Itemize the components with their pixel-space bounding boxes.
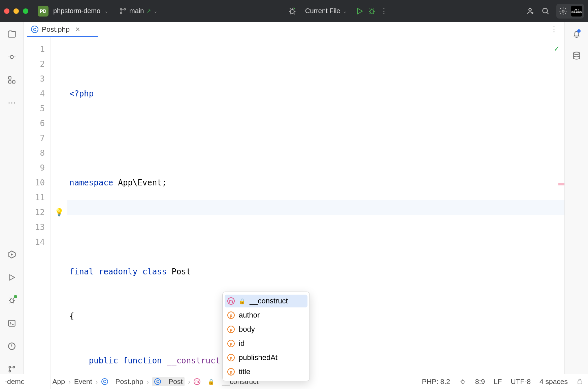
completion-label: id: [239, 339, 244, 348]
more-actions-icon[interactable]: ⋮: [379, 6, 389, 16]
structure-tool-icon[interactable]: [7, 75, 17, 85]
vcs-tool-icon[interactable]: [7, 364, 17, 374]
svg-point-18: [573, 52, 580, 55]
database-tool-icon[interactable]: [572, 51, 581, 60]
completion-item[interactable]: p author: [223, 308, 309, 322]
svg-point-4: [370, 9, 374, 13]
commit-tool-icon[interactable]: [7, 52, 17, 62]
code-area[interactable]: <?php namespace App\Event; final readonl…: [67, 37, 564, 389]
project-name[interactable]: phpstorm-demo: [53, 7, 100, 15]
run-config-chevron-icon: ⌄: [343, 8, 347, 14]
branch-icon: [119, 7, 127, 15]
gutter: 123 456 789 101112 1314: [24, 37, 51, 389]
svg-point-8: [10, 55, 13, 58]
svg-rect-9: [8, 77, 11, 79]
problems-tool-icon[interactable]: [7, 341, 17, 351]
code-with-me-icon[interactable]: [525, 6, 535, 16]
settings-group: JET BRAINS: [556, 4, 584, 19]
svg-point-7: [562, 10, 564, 12]
title-bar: PD phpstorm-demo ⌄ main ↗ ⌄ Current File…: [0, 0, 588, 22]
completion-item[interactable]: p publishedAt: [223, 351, 309, 365]
property-icon: p: [227, 354, 235, 361]
svg-point-1: [120, 12, 122, 14]
tab-post-php[interactable]: C Post.php ✕: [27, 22, 84, 37]
branch-name: main: [129, 7, 144, 15]
project-badge: PD: [38, 6, 48, 17]
svg-point-17: [13, 366, 14, 368]
gutter-icons: 💡: [51, 37, 67, 389]
settings-icon[interactable]: [558, 6, 568, 16]
svg-rect-10: [8, 81, 11, 83]
svg-point-5: [529, 8, 531, 11]
property-icon: p: [227, 326, 235, 333]
svg-rect-20: [578, 381, 582, 384]
tabs-more-icon[interactable]: ⋮: [547, 25, 561, 34]
completion-label: body: [239, 325, 255, 334]
run-button[interactable]: [355, 6, 364, 16]
tab-label: Post.php: [42, 25, 70, 33]
run-tool-icon[interactable]: [7, 273, 17, 282]
branch-chevron-icon[interactable]: ⌄: [154, 8, 158, 14]
completion-popup: m 🔒 __construct p author p body p id p p…: [222, 292, 310, 381]
close-window-icon[interactable]: [4, 8, 9, 14]
ai-bug-icon[interactable]: [288, 6, 297, 16]
property-icon: p: [227, 340, 235, 347]
run-config-label: Current File: [305, 7, 340, 15]
right-tool-rail: [564, 22, 588, 374]
services-tool-icon[interactable]: [7, 250, 17, 259]
search-icon[interactable]: [541, 6, 550, 16]
completion-label: publishedAt: [239, 353, 277, 362]
lock-icon: 🔒: [239, 298, 246, 304]
svg-point-12: [10, 299, 13, 303]
svg-point-2: [124, 8, 126, 10]
svg-point-3: [290, 9, 294, 13]
run-config-selector[interactable]: Current File ⌄: [305, 7, 347, 15]
svg-point-16: [9, 370, 10, 372]
tab-close-icon[interactable]: ✕: [75, 26, 80, 33]
jetbrains-badge[interactable]: JET BRAINS: [571, 6, 582, 17]
terminal-tool-icon[interactable]: [7, 319, 17, 328]
maximize-window-icon[interactable]: [23, 8, 28, 14]
push-arrow-icon[interactable]: ↗: [146, 8, 151, 14]
project-chevron-icon[interactable]: ⌄: [104, 8, 108, 14]
window-controls: [4, 8, 28, 14]
more-tools-icon[interactable]: ⋯: [7, 98, 17, 108]
completion-label: author: [239, 311, 260, 320]
svg-rect-13: [8, 320, 15, 326]
property-icon: p: [227, 368, 235, 376]
completion-item[interactable]: p body: [223, 322, 309, 336]
completion-item[interactable]: m 🔒 __construct: [225, 295, 307, 307]
debug-tool-icon[interactable]: [7, 296, 17, 305]
left-tool-rail: ⋯: [0, 22, 24, 374]
completion-item[interactable]: p title: [223, 365, 309, 379]
intention-bulb-icon[interactable]: 💡: [55, 205, 64, 220]
notifications-icon[interactable]: [572, 29, 581, 39]
project-tool-icon[interactable]: [7, 29, 17, 39]
path-crumb[interactable]: -demo: [5, 378, 25, 386]
completion-label: title: [239, 367, 250, 376]
completion-label: __construct: [250, 297, 288, 305]
method-icon: m: [227, 297, 235, 305]
debug-button[interactable]: [367, 6, 377, 16]
property-icon: p: [227, 311, 235, 319]
git-branch-widget[interactable]: main ↗ ⌄: [119, 7, 158, 15]
editor-tabs: C Post.php ✕ ⋮: [24, 22, 564, 37]
minimize-window-icon[interactable]: [13, 8, 19, 14]
class-file-icon: C: [31, 26, 38, 33]
svg-rect-11: [12, 81, 15, 83]
readonly-toggle-icon[interactable]: [577, 378, 583, 385]
completion-item[interactable]: p id: [223, 336, 309, 351]
